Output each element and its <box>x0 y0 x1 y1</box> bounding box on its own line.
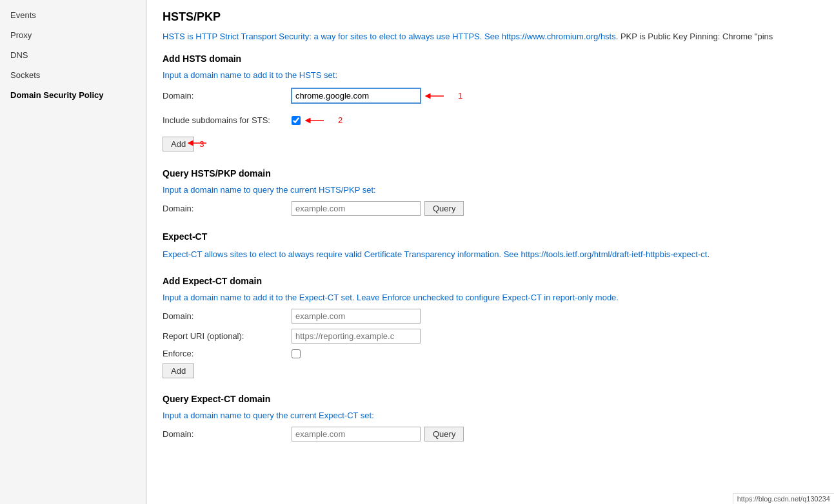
add-expect-ct-button-row: Add <box>163 363 819 378</box>
add-hsts-include-label: Include subdomains for STS: <box>163 115 292 125</box>
hsts-desc-prefix: HSTS is HTTP Strict Transport Security: … <box>163 32 502 41</box>
hsts-desc-suffix: . PKP is Public Key Pinning: Chrome "pin… <box>616 32 773 41</box>
expect-ct-desc-prefix: Expect-CT allows sites to elect to alway… <box>163 249 521 259</box>
add-expect-ct-instruction: Input a domain name to add it to the Exp… <box>163 293 819 302</box>
add-hsts-domain-row: Domain: 1 <box>163 86 819 106</box>
query-expect-ct-domain-row: Domain: Query <box>163 427 819 441</box>
add-expect-ct-domain-row: Domain: <box>163 309 819 324</box>
query-expect-ct-domain-label: Domain: <box>163 429 292 439</box>
sidebar-item-events[interactable]: Events <box>0 5 146 25</box>
expect-ct-section: Expect-CT Expect-CT allows sites to elec… <box>163 231 819 261</box>
query-hsts-domain-label: Domain: <box>163 204 292 213</box>
hsts-desc-link[interactable]: https://www.chromium.org/hsts <box>502 32 616 41</box>
add-hsts-section: Add HSTS domain Input a domain name to a… <box>163 53 819 153</box>
add-hsts-title: Add HSTS domain <box>163 53 819 64</box>
sidebar: Events Proxy DNS Sockets Domain Security… <box>0 0 147 504</box>
annotation-label-2: 2 <box>338 115 343 125</box>
sidebar-item-sockets[interactable]: Sockets <box>0 65 146 85</box>
add-expect-ct-domain-input[interactable] <box>292 309 421 324</box>
annotation-arrow-2 <box>304 111 337 130</box>
query-hsts-title: Query HSTS/PKP domain <box>163 168 819 179</box>
add-hsts-button[interactable]: Add <box>163 137 194 151</box>
query-expect-ct-section: Query Expect-CT domain Input a domain na… <box>163 394 819 441</box>
add-hsts-include-checkbox[interactable] <box>292 116 301 125</box>
query-expect-ct-instruction: Input a domain name to query the current… <box>163 411 819 420</box>
expect-ct-title: Expect-CT <box>163 231 819 242</box>
main-content: HSTS/PKP HSTS is HTTP Strict Transport S… <box>147 0 834 504</box>
hsts-description: HSTS is HTTP Strict Transport Security: … <box>163 30 819 43</box>
add-expect-ct-button[interactable]: Add <box>163 363 194 378</box>
add-expect-ct-enforce-checkbox[interactable] <box>292 349 301 358</box>
add-expect-ct-enforce-row: Enforce: <box>163 349 819 358</box>
add-hsts-domain-input[interactable] <box>292 88 421 103</box>
query-hsts-instruction: Input a domain name to query the current… <box>163 185 819 195</box>
add-expect-ct-report-row: Report URI (optional): <box>163 329 819 344</box>
add-hsts-domain-label: Domain: <box>163 91 292 101</box>
query-hsts-domain-input[interactable] <box>292 201 421 216</box>
sidebar-item-dns[interactable]: DNS <box>0 45 146 65</box>
add-expect-ct-enforce-label: Enforce: <box>163 349 292 358</box>
query-hsts-button[interactable]: Query <box>424 201 464 216</box>
expect-ct-desc-link[interactable]: https://tools.ietf.org/html/draft-ietf-h… <box>521 249 707 259</box>
sidebar-item-proxy[interactable]: Proxy <box>0 25 146 45</box>
add-hsts-button-row: Add 3 <box>163 135 819 153</box>
bottom-url-bar: https://blog.csdn.net/q130234 <box>733 493 834 504</box>
query-expect-ct-title: Query Expect-CT domain <box>163 394 819 404</box>
annotation-label-1: 1 <box>458 91 462 101</box>
annotation-arrow-3 <box>206 135 239 151</box>
add-hsts-include-row: Include subdomains for STS: 2 <box>163 111 819 130</box>
expect-ct-desc-suffix: . <box>707 249 710 259</box>
sidebar-item-domain-security-policy[interactable]: Domain Security Policy <box>0 85 146 105</box>
query-expect-ct-domain-input[interactable] <box>292 427 421 441</box>
add-expect-ct-report-input[interactable] <box>292 329 421 344</box>
add-expect-ct-title: Add Expect-CT domain <box>163 276 819 286</box>
add-expect-ct-section: Add Expect-CT domain Input a domain name… <box>163 276 819 378</box>
add-expect-ct-domain-label: Domain: <box>163 311 292 321</box>
add-hsts-instruction: Input a domain name to add it to the HST… <box>163 70 819 80</box>
add-expect-ct-report-label: Report URI (optional): <box>163 331 292 341</box>
query-hsts-domain-row: Domain: Query <box>163 201 819 216</box>
annotation-label-3: 3 <box>199 139 204 149</box>
expect-ct-description: Expect-CT allows sites to elect to alway… <box>163 248 819 261</box>
query-expect-ct-button[interactable]: Query <box>424 427 464 441</box>
page-title: HSTS/PKP <box>163 10 819 24</box>
query-hsts-section: Query HSTS/PKP domain Input a domain nam… <box>163 168 819 216</box>
annotation-arrow-1 <box>424 86 457 106</box>
